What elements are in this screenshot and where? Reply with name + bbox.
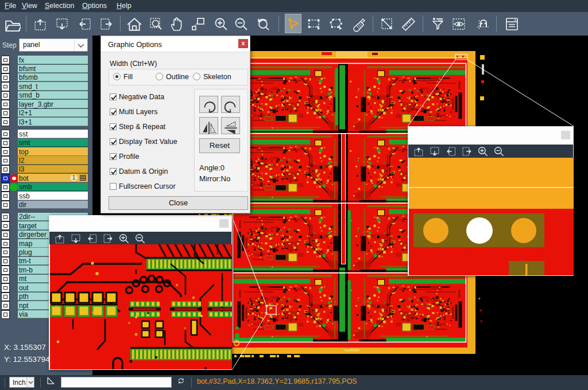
svg-text:+: + (478, 296, 481, 302)
svg-text:+: + (479, 307, 482, 314)
svg-text:*: * (480, 319, 482, 326)
